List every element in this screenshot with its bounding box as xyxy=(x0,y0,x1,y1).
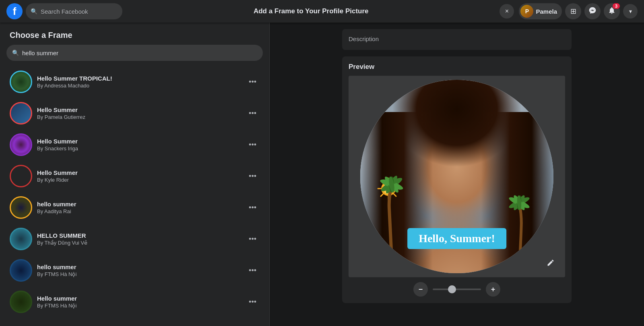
plus-icon: + xyxy=(491,285,495,294)
notifications-button[interactable]: 3 xyxy=(604,3,620,19)
chevron-down-icon: ▾ xyxy=(629,8,632,15)
facebook-logo[interactable]: f xyxy=(6,3,23,19)
frame-item[interactable]: Hello SummerBy Pamela Gutierrez••• xyxy=(3,98,266,129)
frame-more-button[interactable]: ••• xyxy=(246,233,260,245)
messenger-button[interactable] xyxy=(584,3,601,19)
frame-thumbnail xyxy=(10,228,32,250)
avatar: P xyxy=(520,5,533,18)
frame-author: By Thầy Dũng Vui Vẻ xyxy=(37,240,241,246)
frame-thumbnail xyxy=(10,259,32,282)
frame-more-button[interactable]: ••• xyxy=(246,108,260,119)
frame-name: Hello summer xyxy=(37,295,241,302)
minus-icon: − xyxy=(419,285,423,294)
frame-thumbnail xyxy=(10,71,32,93)
frame-item[interactable]: Hello SummerBy Kyle Rider••• xyxy=(3,161,266,191)
frame-more-button[interactable]: ••• xyxy=(246,265,260,276)
close-button[interactable]: × xyxy=(500,4,514,19)
page-title: Add a Frame to Your Profile Picture xyxy=(122,7,500,15)
user-name: Pamela xyxy=(536,8,557,15)
frame-more-button[interactable]: ••• xyxy=(246,296,260,308)
preview-label: Preview xyxy=(349,63,565,71)
profile-circle-wrapper: Hello, Summer! xyxy=(360,80,553,273)
slider-thumb xyxy=(448,285,456,293)
profile-photo xyxy=(360,80,553,273)
frame-thumbnail xyxy=(10,291,32,313)
frame-item[interactable]: Hello SummerBy Snackers Iriga••• xyxy=(3,129,266,160)
frame-info: HELLO SUMMERBy Thầy Dũng Vui Vẻ xyxy=(37,232,241,246)
preview-controls: − + xyxy=(349,282,565,297)
frame-author: By FTMS Hà Nội xyxy=(37,303,241,309)
frame-search-bar[interactable]: 🔍 xyxy=(6,45,263,61)
dropdown-button[interactable]: ▾ xyxy=(623,4,638,19)
frame-info: Hello Summer TROPICAL!By Andressa Machad… xyxy=(37,75,241,89)
frame-author: By Kyle Rider xyxy=(37,177,241,183)
frame-more-button[interactable]: ••• xyxy=(246,202,260,214)
frame-info: Hello SummerBy Pamela Gutierrez xyxy=(37,106,241,120)
frame-thumbnail xyxy=(10,165,32,187)
right-panel: Description Preview xyxy=(270,23,644,326)
frame-item[interactable]: HELLO SUMMERBy Thầy Dũng Vui Vẻ••• xyxy=(3,224,266,254)
frame-author: By FTMS Hà Nội xyxy=(37,271,241,277)
grid-icon: ⊞ xyxy=(570,7,576,16)
search-icon: 🔍 xyxy=(31,8,37,15)
frames-list: Hello Summer TROPICAL!By Andressa Machad… xyxy=(0,66,269,326)
frame-search-input[interactable] xyxy=(22,50,257,56)
grid-menu-button[interactable]: ⊞ xyxy=(565,3,581,19)
frame-thumbnail xyxy=(10,196,32,219)
frame-info: Hello summerBy FTMS Hà Nội xyxy=(37,295,241,309)
preview-image-container: Hello, Summer! xyxy=(349,76,565,277)
frame-name: HELLO SUMMER xyxy=(37,232,241,239)
edit-button[interactable] xyxy=(543,255,559,271)
choose-frame-header: Choose a Frame xyxy=(0,23,269,45)
frame-more-button[interactable]: ••• xyxy=(246,139,260,151)
frame-name: Hello Summer TROPICAL! xyxy=(37,75,241,82)
person-hair-right xyxy=(481,112,553,273)
description-box: Description xyxy=(342,29,572,50)
frame-item[interactable]: hello summerBy Aaditya Rai••• xyxy=(3,192,266,223)
frame-item[interactable]: Hello Summer TROPICAL!By Andressa Machad… xyxy=(3,66,266,97)
frame-author: By Andressa Machado xyxy=(37,83,241,89)
frame-info: Hello SummerBy Snackers Iriga xyxy=(37,138,241,152)
frame-name: Hello Summer xyxy=(37,138,241,145)
preview-box: Preview xyxy=(342,56,572,303)
topnav: f 🔍 Add a Frame to Your Profile Picture … xyxy=(0,0,644,23)
frame-thumbnail xyxy=(10,102,32,125)
search-frame-icon: 🔍 xyxy=(12,50,19,56)
frame-name: hello summer xyxy=(37,201,241,208)
user-profile-button[interactable]: P Pamela xyxy=(519,3,562,19)
frame-author: By Pamela Gutierrez xyxy=(37,114,241,120)
frame-more-button[interactable]: ••• xyxy=(246,170,260,182)
notification-badge: 3 xyxy=(613,3,620,9)
frame-name: hello summer xyxy=(37,264,241,270)
nav-right: × P Pamela ⊞ 3 ▾ xyxy=(500,3,638,19)
zoom-out-button[interactable]: − xyxy=(413,282,428,297)
left-panel: Choose a Frame 🔍 Hello Summer TROPICAL!B… xyxy=(0,23,270,326)
frame-info: hello summerBy FTMS Hà Nội xyxy=(37,264,241,277)
frame-name: Hello Summer xyxy=(37,106,241,113)
frame-item[interactable]: hello summerBy FTMS Hà Nội••• xyxy=(3,255,266,286)
frame-info: Hello SummerBy Kyle Rider xyxy=(37,169,241,183)
frame-more-button[interactable]: ••• xyxy=(246,76,260,88)
frame-item[interactable]: Hello summerBy FTMS Hà Nội••• xyxy=(3,287,266,317)
messenger-icon xyxy=(588,6,597,17)
search-bar[interactable]: 🔍 xyxy=(26,3,122,19)
person-hair-left xyxy=(360,112,433,273)
frame-author: By Snackers Iriga xyxy=(37,145,241,152)
search-input[interactable] xyxy=(41,8,118,15)
frame-thumbnail xyxy=(10,133,32,156)
profile-circle: Hello, Summer! xyxy=(360,80,553,273)
frame-author: By Aaditya Rai xyxy=(37,208,241,214)
zoom-in-button[interactable]: + xyxy=(486,282,500,297)
zoom-slider[interactable] xyxy=(433,289,481,290)
frame-info: hello summerBy Aaditya Rai xyxy=(37,201,241,214)
main-layout: Choose a Frame 🔍 Hello Summer TROPICAL!B… xyxy=(0,23,644,326)
frame-name: Hello Summer xyxy=(37,169,241,176)
